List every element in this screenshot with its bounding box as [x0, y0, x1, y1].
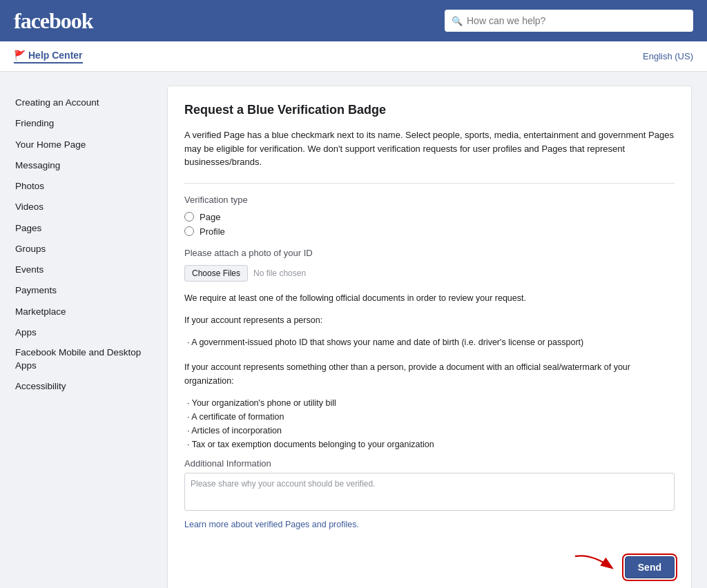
- doc-other-item-2: · Articles of incorporation: [184, 424, 675, 438]
- sidebar-item-mobile-apps[interactable]: Facebook Mobile and Desktop Apps: [15, 343, 153, 376]
- sidebar-item-home-page[interactable]: Your Home Page: [15, 135, 153, 155]
- file-name-label: No file chosen: [253, 268, 306, 278]
- sidebar-item-accessibility[interactable]: Accessibility: [15, 376, 153, 397]
- doc-require-text: We require at least one of the following…: [184, 291, 675, 305]
- help-icon: 🚩: [14, 50, 26, 61]
- file-upload-row: Choose Files No file chosen: [184, 265, 675, 282]
- content-area: Request a Blue Verification Badge A veri…: [167, 86, 692, 588]
- arrow-annotation: [570, 550, 625, 585]
- sidebar-item-friending[interactable]: Friending: [15, 113, 153, 134]
- radio-group: Page Profile: [184, 212, 675, 237]
- card-title: Request a Blue Verification Badge: [184, 103, 675, 117]
- sidebar-item-videos[interactable]: Videos: [15, 197, 153, 217]
- learn-more-link[interactable]: Learn more about verified Pages and prof…: [184, 520, 675, 529]
- radio-profile-label: Profile: [200, 226, 225, 237]
- sidebar: Creating an Account Friending Your Home …: [15, 86, 153, 588]
- search-container: 🔍: [445, 10, 693, 32]
- sidebar-item-apps[interactable]: Apps: [15, 322, 153, 343]
- additional-info-textarea[interactable]: [184, 473, 675, 511]
- nav-bar: 🚩 Help Center English (US): [0, 41, 707, 72]
- sidebar-item-marketplace[interactable]: Marketplace: [15, 302, 153, 322]
- sidebar-item-events[interactable]: Events: [15, 259, 153, 280]
- facebook-logo[interactable]: facebook: [14, 8, 93, 34]
- language-selector[interactable]: English (US): [643, 51, 693, 61]
- verification-type-label: Verification type: [184, 195, 675, 205]
- search-input[interactable]: [445, 10, 693, 32]
- doc-other-item-0: · Your organization's phone or utility b…: [184, 396, 675, 410]
- verification-card: Request a Blue Verification Badge A veri…: [167, 86, 692, 588]
- doc-other-intro: If your account represents something oth…: [184, 360, 675, 388]
- sidebar-item-photos[interactable]: Photos: [15, 176, 153, 197]
- doc-other-item-1: · A certificate of formation: [184, 410, 675, 424]
- main-container: Creating an Account Friending Your Home …: [1, 72, 706, 588]
- sidebar-item-pages[interactable]: Pages: [15, 218, 153, 239]
- radio-page-option[interactable]: Page: [184, 212, 675, 222]
- help-center-label: Help Center: [28, 50, 83, 61]
- card-description: A verified Page has a blue checkmark nex…: [184, 128, 675, 169]
- sidebar-item-groups[interactable]: Groups: [15, 239, 153, 259]
- attach-photo-label: Please attach a photo of your ID: [184, 248, 675, 258]
- choose-files-button[interactable]: Choose Files: [184, 265, 248, 282]
- doc-other-item-3: · Tax or tax exemption documents belongi…: [184, 438, 675, 451]
- doc-person-intro: If your account represents a person:: [184, 313, 675, 327]
- doc-person-item: · A government-issued photo ID that show…: [184, 335, 675, 349]
- additional-info-label: Additional Information: [184, 458, 675, 469]
- search-icon: 🔍: [452, 16, 463, 26]
- radio-page-label: Page: [200, 212, 220, 222]
- header: facebook 🔍: [0, 0, 707, 41]
- divider: [184, 183, 675, 184]
- sidebar-item-payments[interactable]: Payments: [15, 280, 153, 301]
- radio-profile-input[interactable]: [184, 226, 194, 236]
- radio-profile-option[interactable]: Profile: [184, 226, 675, 237]
- sidebar-item-creating-account[interactable]: Creating an Account: [15, 92, 153, 113]
- sidebar-item-messaging[interactable]: Messaging: [15, 155, 153, 176]
- radio-page-input[interactable]: [184, 212, 194, 222]
- send-area: Send: [184, 543, 675, 585]
- send-button[interactable]: Send: [625, 556, 675, 578]
- help-center-link[interactable]: 🚩 Help Center: [14, 50, 83, 63]
